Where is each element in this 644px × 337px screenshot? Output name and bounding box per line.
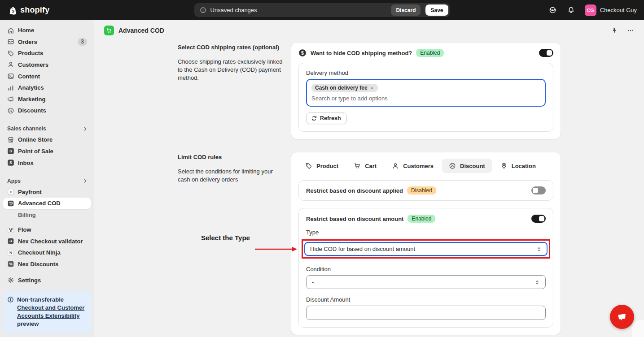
annotation-text: Select the Type <box>201 234 250 242</box>
sidebar-item-products[interactable]: Products <box>3 48 91 59</box>
advanced-cod-app-icon <box>104 26 114 35</box>
discount-amount-input[interactable] <box>306 306 546 320</box>
alert-circle-icon <box>200 7 206 13</box>
selected-option-chip[interactable]: Cash on delivery fee <box>311 84 378 92</box>
section-title: Limit COD rules <box>178 152 283 160</box>
select-caret-icon <box>536 246 542 252</box>
sidebar-item-checkout-ninja[interactable]: Checkout Ninja <box>3 247 91 259</box>
sidekick-icon[interactable] <box>548 5 557 15</box>
sidebar-item-marketing[interactable]: Marketing <box>3 93 91 105</box>
sidebar-item-discounts[interactable]: Discounts <box>3 105 91 117</box>
save-button[interactable]: Save <box>425 4 448 16</box>
chat-bubble-button[interactable] <box>610 305 634 329</box>
content-icon <box>7 73 14 80</box>
unsaved-changes-bar: Unsaved changes Discard Save <box>194 3 450 17</box>
info-icon <box>7 296 14 328</box>
sidebar-bottom: Settings Non-transferable Checkout and C… <box>0 270 94 337</box>
checkout-ninja-app-icon <box>7 249 14 256</box>
sidebar-item-nex-discounts[interactable]: Nex Discounts <box>3 259 91 270</box>
refresh-button[interactable]: Refresh <box>306 112 347 124</box>
sidebar-item-payfront[interactable]: Payfront <box>3 186 91 198</box>
analytics-icon <box>7 84 14 91</box>
apps-header[interactable]: Apps <box>0 176 94 186</box>
refresh-icon <box>311 115 317 121</box>
delivery-method-label: Delivery method <box>306 69 546 76</box>
pos-icon <box>7 147 14 155</box>
hide-cod-question: Want to hide COD shipping method? <box>311 50 412 56</box>
sidebar-item-settings[interactable]: Settings <box>3 274 91 286</box>
shipping-rates-section: Select COD shipping rates (optional) Cho… <box>178 43 561 139</box>
sidebar-item-nex-checkout-validator[interactable]: Nex Checkout validator <box>3 235 91 247</box>
sidebar-item-home[interactable]: Home <box>3 25 91 36</box>
more-options-icon[interactable] <box>626 26 635 35</box>
limit-rules-card: Product Cart Customers <box>291 152 561 335</box>
status-badge: Enabled <box>416 49 444 57</box>
discount-applied-toggle[interactable] <box>531 186 546 194</box>
condition-select[interactable]: - <box>306 275 546 289</box>
delivery-method-box: Delivery method Cash on delivery fee <box>298 63 553 132</box>
limit-cod-rules-section: Limit COD rules Select the conditions fo… <box>178 152 561 335</box>
hide-cod-card: Want to hide COD shipping method? Enable… <box>291 43 561 139</box>
tab-location[interactable]: Location <box>494 159 543 173</box>
delivery-method-combobox[interactable]: Cash on delivery fee <box>306 79 546 107</box>
unsaved-changes-text: Unsaved changes <box>210 7 387 13</box>
annotation-arrow <box>255 246 298 253</box>
section-description: Select the conditions for limiting your … <box>178 168 283 184</box>
location-icon <box>500 162 508 169</box>
user-menu[interactable]: CG Checkout Guy <box>585 4 637 16</box>
tag-icon <box>7 50 14 57</box>
tab-cart[interactable]: Cart <box>347 159 383 173</box>
discount-amount-rule: Restrict based on discount amount Enable… <box>298 208 553 328</box>
marketing-icon <box>7 95 14 103</box>
tab-discount[interactable]: Discount <box>442 159 492 173</box>
notifications-bell-icon[interactable] <box>566 5 576 15</box>
discount-amount-toggle[interactable] <box>531 215 546 223</box>
rule-label: Restrict based on discount applied <box>306 187 403 194</box>
tab-customers[interactable]: Customers <box>385 159 440 173</box>
status-badge: Enabled <box>407 215 435 223</box>
orders-count-badge: 3 <box>78 38 87 46</box>
main-content: Advanced COD Select COD shipping rates (… <box>94 20 644 337</box>
type-select[interactable]: Hide COD for based on discount amount <box>304 242 548 256</box>
hide-cod-toggle[interactable] <box>539 49 553 57</box>
storefront-icon <box>7 136 14 143</box>
sidebar-item-content[interactable]: Content <box>3 70 91 82</box>
shopify-wordmark: shopify <box>20 5 49 15</box>
preview-notice: Non-transferable Checkout and Customer A… <box>3 291 92 333</box>
sidebar-item-point-of-sale[interactable]: Point of Sale <box>3 146 91 157</box>
condition-label: Condition <box>306 266 546 272</box>
rule-tabs: Product Cart Customers <box>298 159 553 173</box>
sidebar-item-customers[interactable]: Customers <box>3 59 91 71</box>
dollar-circle-icon <box>298 49 307 57</box>
extensibility-preview-link[interactable]: Checkout and Customer Accounts Extensibi… <box>17 304 84 319</box>
discount-applied-rule: Restrict based on discount applied Disab… <box>298 180 553 201</box>
topbar: shopify Unsaved changes Discard Save CG … <box>0 0 644 20</box>
sidebar-item-billing[interactable]: Billing <box>3 209 91 221</box>
chevron-right-icon <box>82 178 88 184</box>
tab-product[interactable]: Product <box>298 159 345 173</box>
sidebar-item-online-store[interactable]: Online Store <box>3 134 91 146</box>
sidebar-item-flow[interactable]: Flow <box>3 224 91 236</box>
discount-amount-label: Discount Amount <box>306 296 546 303</box>
sidebar-item-advanced-cod[interactable]: Advanced COD <box>3 198 91 209</box>
orders-icon <box>7 38 14 45</box>
discard-button[interactable]: Discard <box>391 4 421 16</box>
chevron-right-icon <box>82 126 88 132</box>
chat-widget-corner <box>632 320 644 337</box>
status-badge: Disabled <box>407 186 436 194</box>
discount-icon <box>449 162 456 169</box>
sales-channels-header[interactable]: Sales channels <box>0 124 94 134</box>
home-icon <box>7 27 14 34</box>
nex-discounts-app-icon <box>7 260 14 268</box>
pin-icon[interactable] <box>610 26 619 35</box>
combobox-search-input[interactable] <box>311 95 540 102</box>
discount-icon <box>7 107 14 114</box>
tag-icon <box>305 162 312 169</box>
remove-chip-icon[interactable] <box>370 86 374 90</box>
gear-icon <box>7 277 14 284</box>
sidebar-item-inbox[interactable]: Inbox <box>3 157 91 168</box>
avatar: CG <box>585 4 596 16</box>
sidebar-item-analytics[interactable]: Analytics <box>3 82 91 94</box>
customers-icon <box>7 61 14 68</box>
sidebar-item-orders[interactable]: Orders 3 <box>3 36 91 48</box>
